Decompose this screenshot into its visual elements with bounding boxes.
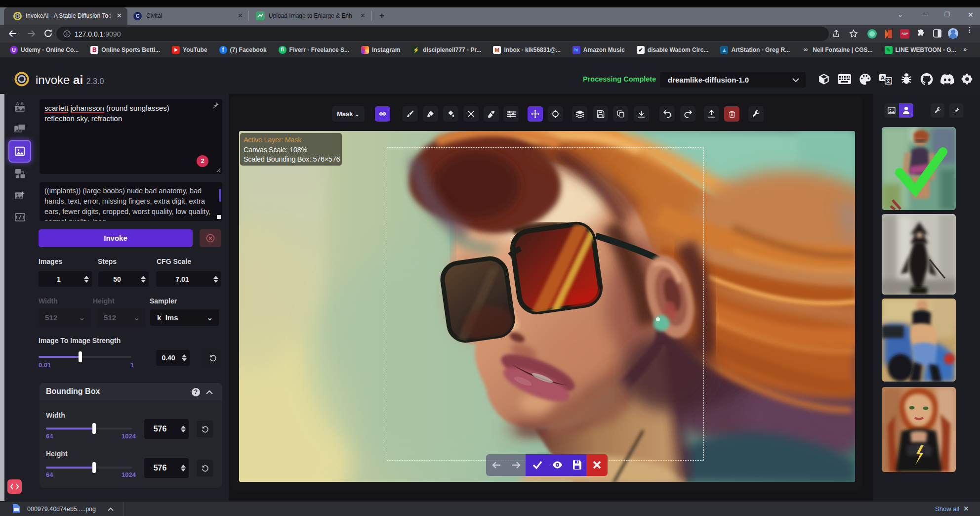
svg-text:文: 文: [886, 78, 891, 84]
svg-text:A A: A A: [16, 101, 24, 106]
svg-text:A: A: [881, 75, 885, 81]
